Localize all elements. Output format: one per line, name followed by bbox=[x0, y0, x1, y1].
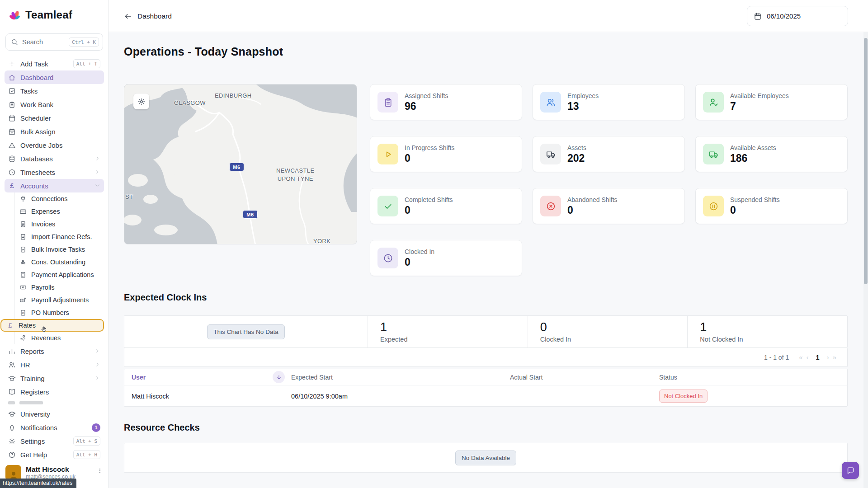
sidebar-item-hr[interactable]: HR bbox=[5, 358, 104, 371]
gear-icon bbox=[137, 98, 146, 106]
chat-bubble-icon bbox=[846, 466, 855, 475]
sidebar-item-tasks[interactable]: Tasks bbox=[5, 84, 104, 98]
stat-value: 7 bbox=[730, 100, 789, 113]
calendar-icon bbox=[8, 114, 16, 122]
map-widget[interactable]: GLASGOW EDINBURGH NEWCASTLE UPON TYNE YO… bbox=[124, 84, 357, 244]
breadcrumb[interactable]: Dashboard bbox=[137, 12, 172, 20]
sidebar-item-reports[interactable]: Reports bbox=[5, 344, 104, 358]
chevron-right-icon bbox=[94, 155, 100, 163]
search-input[interactable]: Search Ctrl + K bbox=[5, 33, 103, 51]
date-picker[interactable]: 06/10/2025 bbox=[747, 6, 848, 26]
sidebar-item-work-bank[interactable]: Work Bank bbox=[5, 98, 104, 111]
stat-label: Employees bbox=[567, 92, 599, 99]
stat-card-available-assets: Available Assets 186 bbox=[695, 136, 848, 172]
app-logo[interactable]: Teamleaf bbox=[6, 6, 72, 23]
stat-expected: 1 Expected bbox=[368, 316, 528, 347]
chat-button[interactable] bbox=[842, 462, 859, 479]
stat-label: Clocked In bbox=[540, 336, 688, 343]
sidebar-item-scheduler[interactable]: Scheduler bbox=[5, 111, 104, 125]
pagination-last-button[interactable]: » bbox=[833, 353, 836, 361]
stat-card-assets: Assets 202 bbox=[533, 136, 685, 172]
sidebar-item-cons-outstanding[interactable]: Cons. Outstanding bbox=[14, 256, 104, 268]
column-header-user[interactable]: User bbox=[132, 374, 146, 381]
sidebar-item-label: Expenses bbox=[31, 208, 60, 215]
sidebar-item-label: Revenues bbox=[31, 334, 61, 342]
sidebar-item-accounts[interactable]: £ Accounts bbox=[5, 179, 104, 192]
sidebar-item-payment-applications[interactable]: Payment Applications bbox=[14, 268, 104, 281]
add-task-button[interactable]: Add Task Alt + T bbox=[5, 57, 104, 70]
graduation-cap-icon bbox=[8, 410, 16, 418]
kebab-menu-icon[interactable] bbox=[97, 465, 103, 476]
sidebar-item-connections[interactable]: Connections bbox=[14, 192, 104, 205]
check-icon bbox=[377, 196, 398, 216]
get-help-shortcut-chip: Alt + H bbox=[73, 450, 100, 459]
stat-card-assigned-shifts: Assigned Shifts 96 bbox=[370, 84, 522, 120]
calendar-plus-icon bbox=[8, 128, 16, 136]
map-settings-button[interactable] bbox=[133, 94, 149, 109]
sidebar-item-label: Payment Applications bbox=[31, 271, 94, 278]
sidebar-item-timesheets[interactable]: Timesheets bbox=[5, 165, 104, 179]
sidebar-item-rates[interactable]: £ Rates bbox=[0, 319, 104, 332]
add-task-label: Add Task bbox=[20, 60, 48, 68]
chevron-right-icon bbox=[94, 361, 100, 369]
sidebar-item-label: Import Finance Refs. bbox=[31, 233, 92, 240]
sidebar-item-bulk-invoice-tasks[interactable]: Bulk Invoice Tasks bbox=[14, 243, 104, 256]
sidebar-item-dashboard[interactable]: Dashboard bbox=[5, 70, 104, 84]
table-row[interactable]: Matt Hiscock 06/10/2025 9:00am Not Clock… bbox=[124, 385, 847, 407]
stat-label: Assigned Shifts bbox=[405, 92, 448, 99]
sidebar-item-overdue-jobs[interactable]: Overdue Jobs bbox=[5, 138, 104, 152]
sidebar-item-payroll-adjustments[interactable]: Payroll Adjustments bbox=[14, 294, 104, 306]
sidebar-item-label: Tasks bbox=[20, 87, 38, 95]
pagination-next-button[interactable]: › bbox=[827, 353, 829, 361]
back-arrow-icon[interactable] bbox=[124, 12, 132, 20]
plus-icon bbox=[8, 60, 16, 68]
sidebar-item-notifications[interactable]: Notifications 1 bbox=[5, 421, 104, 434]
search-placeholder: Search bbox=[22, 38, 65, 46]
pagination-prev-button[interactable]: ‹ bbox=[807, 353, 809, 361]
sidebar-item-databases[interactable]: Databases bbox=[5, 152, 104, 165]
sidebar-item-registers[interactable]: Registers bbox=[5, 385, 104, 399]
sidebar-item-training[interactable]: Training bbox=[5, 371, 104, 385]
sidebar-item-label: Accounts bbox=[20, 182, 48, 190]
sidebar-item-revenues[interactable]: Revenues bbox=[14, 332, 104, 344]
sidebar-item-label: Registers bbox=[20, 388, 49, 396]
clipboard-icon bbox=[8, 101, 16, 108]
stat-label: Assets bbox=[567, 144, 586, 151]
stat-label: Expected bbox=[380, 336, 528, 343]
truck-icon bbox=[540, 144, 561, 164]
sidebar-item-po-numbers[interactable]: PO Numbers bbox=[14, 306, 104, 319]
chart-no-data-badge: This Chart Has No Data bbox=[207, 324, 284, 339]
stat-value: 1 bbox=[700, 320, 847, 334]
section-title-expected-clock-ins: Expected Clock Ins bbox=[124, 292, 207, 303]
sidebar: Teamleaf Search Ctrl + K Add Task Alt + … bbox=[0, 0, 108, 488]
notifications-badge: 1 bbox=[92, 423, 100, 432]
sidebar-item-label: Work Bank bbox=[20, 101, 53, 108]
column-header-status[interactable]: Status bbox=[659, 374, 847, 381]
scrollbar-thumb[interactable] bbox=[864, 38, 868, 284]
pagination-first-button[interactable]: « bbox=[799, 353, 802, 361]
stat-clocked-in: 0 Clocked In bbox=[528, 316, 688, 347]
sidebar-item-label: HR bbox=[20, 361, 30, 369]
sidebar-item-label: Notifications bbox=[20, 424, 57, 432]
sidebar-item-bulk-assign[interactable]: Bulk Assign bbox=[5, 125, 104, 138]
sidebar-item-invoices[interactable]: Invoices bbox=[14, 218, 104, 230]
sidebar-item-get-help[interactable]: Get Help Alt + H bbox=[5, 448, 104, 461]
table-header-row: User Expected Start Actual Start Status bbox=[124, 369, 847, 385]
sidebar-item-university[interactable]: University bbox=[5, 407, 104, 421]
sidebar-item-import-finance-refs[interactable]: Import Finance Refs. bbox=[14, 230, 104, 243]
search-icon bbox=[11, 38, 18, 46]
sidebar-item-settings[interactable]: Settings Alt + S bbox=[5, 434, 104, 448]
sidebar-item-partial bbox=[5, 399, 104, 407]
sidebar-item-payrolls[interactable]: Payrolls bbox=[14, 281, 104, 294]
sidebar-item-label: Dashboard bbox=[20, 74, 53, 81]
pagination-current-page[interactable]: 1 bbox=[816, 354, 820, 361]
sort-descending-icon[interactable] bbox=[273, 371, 285, 383]
section-title-resource-checks: Resource Checks bbox=[124, 422, 200, 433]
bar-chart-icon bbox=[8, 347, 16, 355]
pagination-range: 1 - 1 of 1 bbox=[764, 354, 789, 361]
sidebar-item-label: Bulk Invoice Tasks bbox=[31, 246, 85, 253]
expected-clock-ins-panel: This Chart Has No Data 1 Expected 0 Cloc… bbox=[124, 315, 848, 348]
column-header-actual-start[interactable]: Actual Start bbox=[510, 374, 659, 381]
sidebar-item-expenses[interactable]: Expenses bbox=[14, 205, 104, 218]
column-header-expected-start[interactable]: Expected Start bbox=[291, 374, 510, 381]
